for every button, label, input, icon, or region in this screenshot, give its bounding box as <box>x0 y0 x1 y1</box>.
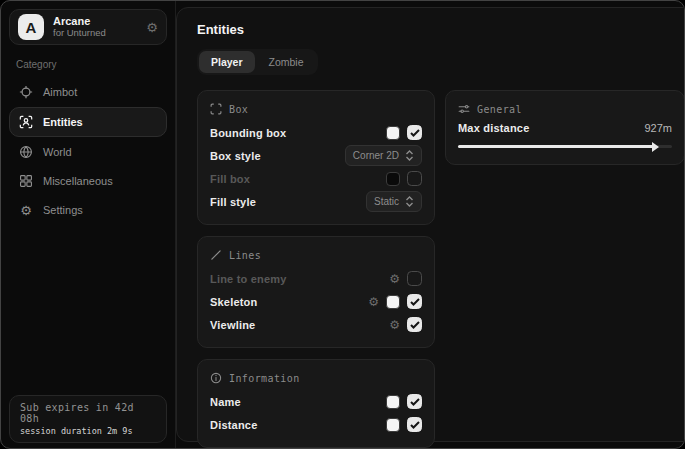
box-style-value: Corner 2D <box>353 150 399 161</box>
sidebar-item-entities[interactable]: Entities <box>9 107 167 137</box>
scan-person-icon <box>18 115 34 129</box>
distance-checkbox[interactable] <box>407 417 422 432</box>
main-wrap: Entities Player Zombie Box Bo <box>176 1 685 448</box>
fill-style-row: Fill style Static <box>210 191 422 212</box>
gear-icon[interactable]: ⚙ <box>389 273 400 285</box>
general-section-header: General <box>458 103 672 115</box>
fill-box-row: Fill box <box>210 168 422 189</box>
chevron-updown-icon <box>405 150 414 161</box>
subscription-info-card: Sub expires in 42d 08h session duration … <box>9 395 167 443</box>
distance-row: Distance <box>210 414 422 435</box>
sidebar-item-label: Miscellaneous <box>43 175 113 187</box>
box-style-dropdown[interactable]: Corner 2D <box>345 145 422 166</box>
category-nav: Aimbot Entities World <box>9 78 167 224</box>
fill-box-label: Fill box <box>210 173 250 185</box>
slider-fill-arrow <box>458 145 654 148</box>
general-section-card: General Max distance 927m <box>445 90 685 165</box>
sidebar-item-label: Aimbot <box>43 86 77 98</box>
fill-box-color-swatch[interactable] <box>386 172 400 186</box>
sidebar: A Arcane for Unturned ⚙ Category Aimbot <box>1 1 176 448</box>
box-section-title: Box <box>229 104 248 115</box>
diagonal-line-icon <box>210 249 222 261</box>
page-title: Entities <box>197 22 685 37</box>
line-to-enemy-checkbox[interactable] <box>407 271 422 286</box>
sidebar-item-label: Settings <box>43 204 83 216</box>
box-corners-icon <box>210 103 222 115</box>
max-distance-label: Max distance <box>458 122 529 134</box>
content-columns: Box Bounding box Box style <box>197 90 685 448</box>
gear-icon: ⚙ <box>18 203 34 218</box>
chevron-updown-icon <box>405 196 414 207</box>
left-column: Box Bounding box Box style <box>197 90 435 448</box>
viewline-checkbox[interactable] <box>407 317 422 332</box>
name-label: Name <box>210 396 241 408</box>
box-style-row: Box style Corner 2D <box>210 145 422 166</box>
distance-label: Distance <box>210 419 257 431</box>
fill-style-dropdown[interactable]: Static <box>366 191 422 212</box>
line-to-enemy-row: Line to enemy ⚙ <box>210 268 422 289</box>
info-icon <box>210 372 222 384</box>
sliders-icon <box>458 103 470 115</box>
lines-section-card: Lines Line to enemy ⚙ Skeleton <box>197 236 435 348</box>
name-checkbox[interactable] <box>407 394 422 409</box>
category-label: Category <box>16 59 167 70</box>
bounding-box-row: Bounding box <box>210 122 422 143</box>
information-section-title: Information <box>229 373 300 384</box>
app-name: Arcane <box>53 15 137 28</box>
app-subtitle: for Unturned <box>53 28 137 39</box>
max-distance-value: 927m <box>644 122 672 134</box>
bounding-box-checkbox[interactable] <box>407 125 422 140</box>
right-column: General Max distance 927m <box>445 90 685 165</box>
grid-icon <box>18 174 34 188</box>
screenshot-stage: A Arcane for Unturned ⚙ Category Aimbot <box>0 0 685 449</box>
tab-player[interactable]: Player <box>199 51 255 73</box>
globe-icon <box>18 145 34 159</box>
max-distance-slider[interactable] <box>458 140 672 152</box>
name-row: Name <box>210 391 422 412</box>
tab-zombie[interactable]: Zombie <box>257 51 316 73</box>
crosshair-icon <box>18 85 34 99</box>
box-style-label: Box style <box>210 150 261 162</box>
fill-style-label: Fill style <box>210 196 256 208</box>
max-distance-row: Max distance 927m <box>458 122 672 134</box>
arcane-window: A Arcane for Unturned ⚙ Category Aimbot <box>0 0 685 449</box>
logo-card[interactable]: A Arcane for Unturned ⚙ <box>9 9 167 45</box>
sidebar-item-settings[interactable]: ⚙ Settings <box>9 196 167 224</box>
session-duration-text: session duration 2m 9s <box>20 426 156 436</box>
fill-box-checkbox[interactable] <box>407 171 422 186</box>
distance-color-swatch[interactable] <box>386 418 400 432</box>
sidebar-item-aimbot[interactable]: Aimbot <box>9 78 167 106</box>
bounding-box-color-swatch[interactable] <box>386 126 400 140</box>
name-color-swatch[interactable] <box>386 395 400 409</box>
main-panel: Entities Player Zombie Box Bo <box>176 7 685 442</box>
viewline-row: Viewline ⚙ <box>210 314 422 335</box>
gear-icon[interactable]: ⚙ <box>368 296 379 308</box>
sidebar-item-label: Entities <box>43 116 83 128</box>
skeleton-color-swatch[interactable] <box>386 295 400 309</box>
box-section-header: Box <box>210 103 422 115</box>
information-section-card: Information Name Distance <box>197 359 435 448</box>
sidebar-item-world[interactable]: World <box>9 138 167 166</box>
lines-section-title: Lines <box>229 250 261 261</box>
skeleton-checkbox[interactable] <box>407 294 422 309</box>
app-logo: A <box>18 14 44 40</box>
lines-section-header: Lines <box>210 249 422 261</box>
general-section-title: General <box>477 104 522 115</box>
app-title-block: Arcane for Unturned <box>53 15 137 39</box>
information-section-header: Information <box>210 372 422 384</box>
bounding-box-label: Bounding box <box>210 127 286 139</box>
box-section-card: Box Bounding box Box style <box>197 90 435 225</box>
skeleton-row: Skeleton ⚙ <box>210 291 422 312</box>
entity-tabs: Player Zombie <box>197 49 318 75</box>
skeleton-label: Skeleton <box>210 296 257 308</box>
gear-icon[interactable]: ⚙ <box>146 20 158 35</box>
viewline-label: Viewline <box>210 319 255 331</box>
sub-expiry-text: Sub expires in 42d 08h <box>20 402 156 424</box>
fill-style-value: Static <box>374 196 399 207</box>
gear-icon[interactable]: ⚙ <box>389 319 400 331</box>
sidebar-item-miscellaneous[interactable]: Miscellaneous <box>9 167 167 195</box>
line-to-enemy-label: Line to enemy <box>210 273 287 285</box>
sidebar-item-label: World <box>43 146 72 158</box>
